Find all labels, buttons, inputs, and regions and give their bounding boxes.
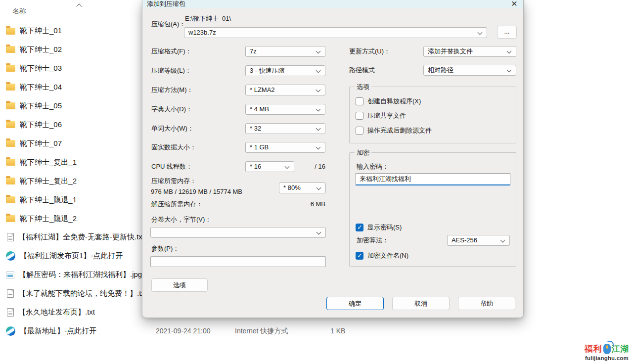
checkbox-icon[interactable]	[356, 112, 363, 120]
file-name: 靴下绅士_隐退_2	[20, 214, 77, 224]
format-label: 压缩格式(F)：	[151, 46, 192, 57]
file-name: 靴下绅士_03	[20, 64, 62, 73]
ok-button[interactable]: 确定	[326, 297, 384, 310]
list-item[interactable]: 靴下绅士_07	[6, 134, 139, 153]
list-item[interactable]: 靴下绅士_06	[6, 115, 139, 134]
list-item[interactable]: 靴下绅士_02	[6, 40, 139, 59]
dictionary-label: 字典大小(D)：	[151, 104, 192, 115]
list-item[interactable]: 靴下绅士_03	[6, 59, 139, 78]
level-label: 压缩等级(L)：	[151, 65, 191, 76]
date-modified-value: 2021-09-24 21:00	[156, 327, 211, 335]
update-mode-select[interactable]: 添加并替换文件	[423, 46, 516, 57]
archive-label: 压缩包(A)：	[151, 19, 185, 30]
checkbox-icon[interactable]	[356, 224, 363, 231]
list-item[interactable]: 【解压密码：来福利江湖找福利】.jpg	[6, 266, 139, 284]
folder-icon	[6, 46, 15, 53]
level-select[interactable]: 3 - 快速压缩	[245, 65, 325, 76]
file-name: 靴下绅士_05	[20, 101, 62, 111]
edge-icon	[6, 251, 15, 261]
volume-size-combobox[interactable]	[150, 227, 326, 238]
watermark-logo: 福利 江湖 fulijianghu.com	[582, 343, 632, 361]
list-item[interactable]: 靴下绅士_复出_2	[6, 172, 139, 190]
method-label: 压缩方法(M)：	[151, 85, 193, 95]
watermark-text-right: 江湖	[612, 343, 630, 355]
word-size-select[interactable]: * 32	[245, 123, 325, 134]
parameters-label: 参数(P)：	[151, 243, 179, 254]
txt-icon	[7, 233, 14, 241]
file-name: 靴下绅士_01	[20, 26, 62, 36]
options-button[interactable]: 选项	[151, 278, 208, 292]
close-icon[interactable]: ×	[511, 0, 517, 9]
encryption-method-select[interactable]: AES-256	[447, 235, 510, 246]
format-select[interactable]: 7z	[245, 46, 325, 57]
folder-icon	[6, 65, 15, 72]
memory-compress-values: 976 MB / 12619 MB / 15774 MB	[151, 186, 242, 197]
options-group: 选项 创建自释放程序(X) 压缩共享文件 操作完成后删除源文件	[349, 87, 516, 143]
folder-icon	[6, 84, 15, 91]
method-select[interactable]: * LZMA2	[245, 85, 325, 95]
file-name: 【福利江湖】全免费-无套路-更新快.txt	[18, 232, 144, 242]
add-to-archive-dialog: 添加到压缩包 × 压缩包(A)： E:\靴下绅士_01\ w123b.7z ..…	[142, 0, 524, 318]
cpu-threads-label: CPU 线程数：	[151, 161, 192, 172]
show-password-checkbox[interactable]: 显示密码(S)	[356, 223, 402, 232]
list-item[interactable]: 【福利江湖发布页1】-点此打开	[6, 247, 139, 266]
create-sfx-checkbox[interactable]: 创建自释放程序(X)	[356, 97, 421, 106]
memory-percent-select[interactable]: * 80%	[279, 182, 326, 193]
delete-after-checkbox[interactable]: 操作完成后删除源文件	[356, 126, 432, 135]
folder-icon	[6, 196, 15, 203]
file-name: 【最新地址】-点此打开	[20, 326, 96, 336]
cancel-button[interactable]: 取消	[392, 297, 450, 310]
file-name: 靴下绅士_复出_2	[20, 177, 77, 186]
parameters-input[interactable]	[150, 256, 326, 267]
folder-icon	[6, 140, 15, 147]
folder-icon	[6, 102, 15, 109]
memory-decompress-value: 6 MB	[291, 199, 325, 210]
txt-icon	[7, 308, 14, 317]
memory-decompress-label: 解压缩所需内存：	[151, 199, 203, 210]
file-name: 【来了就能下载的论坛，纯免费！】.txt	[18, 289, 147, 298]
solid-block-select[interactable]: * 1 GB	[245, 142, 325, 153]
encrypt-filenames-checkbox[interactable]: 加密文件名(N)	[356, 251, 408, 260]
path-mode-select[interactable]: 相对路径	[423, 65, 516, 76]
list-item[interactable]: 靴下绅士_01	[6, 22, 139, 41]
jpg-icon	[6, 272, 14, 278]
list-item[interactable]: 靴下绅士_04	[6, 78, 139, 96]
options-group-legend: 选项	[355, 83, 371, 91]
help-button[interactable]: 帮助	[458, 297, 515, 310]
file-name: 【福利江湖发布页1】-点此打开	[20, 251, 123, 261]
dialog-title: 添加到压缩包	[147, 0, 185, 8]
list-item[interactable]: 【来了就能下载的论坛，纯免费！】.txt	[6, 284, 139, 303]
checkbox-icon[interactable]	[356, 97, 363, 105]
watermark-domain: fulijianghu.com	[582, 355, 632, 361]
list-item[interactable]: 【永久地址发布页】.txt	[6, 303, 139, 322]
checkbox-icon[interactable]	[356, 127, 363, 135]
path-mode-label: 路径模式	[349, 65, 375, 76]
compress-shared-checkbox[interactable]: 压缩共享文件	[356, 111, 406, 120]
list-item[interactable]: 【最新地址】-点此打开	[6, 322, 139, 341]
mouse-icon	[603, 344, 611, 354]
file-name: 靴下绅士_复出_1	[20, 158, 77, 167]
list-item[interactable]: 靴下绅士_复出_1	[6, 153, 139, 172]
sort-ascending-icon	[76, 3, 82, 9]
list-item[interactable]: 靴下绅士_隐退_1	[6, 190, 139, 209]
archive-name-combobox[interactable]: w123b.7z	[184, 27, 487, 38]
column-header-name[interactable]: 名称	[12, 7, 26, 16]
memory-compress-label: 压缩所需内存：	[151, 176, 196, 186]
browse-button[interactable]: ...	[497, 26, 517, 39]
file-name: 靴下绅士_隐退_1	[20, 195, 77, 205]
word-size-label: 单词大小(W)：	[151, 123, 194, 134]
file-name: 【解压密码：来福利江湖找福利】.jpg	[19, 270, 142, 279]
dialog-titlebar: 添加到压缩包 ×	[142, 0, 523, 8]
file-size-value: 1 KB	[330, 327, 345, 335]
encryption-method-label: 加密算法：	[357, 235, 389, 246]
list-item[interactable]: 靴下绅士_隐退_2	[6, 209, 139, 228]
list-item[interactable]: 靴下绅士_05	[6, 96, 139, 115]
dictionary-select[interactable]: * 4 MB	[245, 104, 325, 115]
update-mode-label: 更新方式(U)：	[349, 46, 390, 57]
list-item[interactable]: 【福利江湖】全免费-无套路-更新快.txt	[6, 228, 139, 247]
folder-icon	[6, 178, 15, 184]
password-input[interactable]: 来福利江湖找福利	[356, 173, 510, 185]
checkbox-icon[interactable]	[356, 252, 363, 260]
cpu-threads-select[interactable]: * 16	[245, 161, 294, 172]
file-name: 【永久地址发布页】.txt	[18, 308, 95, 317]
